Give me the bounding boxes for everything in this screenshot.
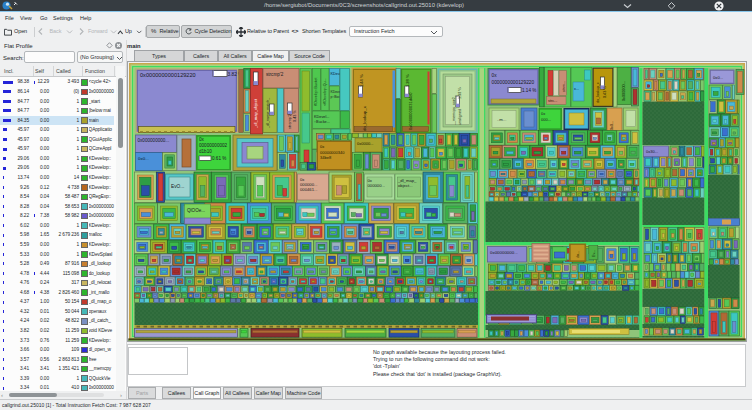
svg-text:d1b10: d1b10	[199, 149, 212, 154]
svg-text:000...: 000...	[541, 117, 551, 122]
svg-text:KDevel...: KDevel...	[314, 115, 329, 119]
svg-text:000000...: 000000...	[368, 183, 385, 188]
svg-text:0x: 0x	[541, 111, 545, 116]
svg-text:EvO...: EvO...	[171, 184, 184, 189]
svg-text:Ev...: Ev...	[592, 250, 596, 257]
svg-text:0x0...: 0x0...	[713, 75, 723, 80]
svg-text:object...: object...	[398, 183, 413, 188]
svg-text:do...: do...	[576, 251, 580, 258]
svg-text:::Bucke...: ::Bucke...	[314, 120, 330, 124]
svg-text:0x: 0x	[320, 144, 324, 149]
svg-text:0x00000000...: 0x00000000...	[490, 250, 518, 255]
svg-text:00000000002: 00000000002	[199, 143, 228, 148]
svg-text:strcmp'2: strcmp'2	[266, 72, 284, 77]
svg-text:0x: 0x	[492, 73, 498, 78]
svg-text:..m...: ..m...	[497, 117, 506, 122]
svg-text:_dl_map_object: _dl_map_object	[253, 98, 258, 129]
svg-text:0x0...: 0x0...	[138, 156, 149, 161]
svg-text:strcmp'2: strcmp'2	[287, 113, 292, 129]
svg-text:do_lookup_x: do_lookup_x	[362, 105, 367, 131]
svg-text:34be8: 34be8	[320, 155, 332, 160]
svg-text:0x00000000031d4e0: 0x00000000031d4e0	[408, 92, 413, 130]
svg-text:1.28 %: 1.28 %	[405, 74, 410, 87]
svg-text:stron...: stron...	[562, 81, 566, 92]
svg-text:0x30...: 0x30...	[646, 149, 658, 154]
svg-text:0.43 %: 0.43 %	[603, 86, 607, 98]
svg-text:0000000000129220: 0000000000129220	[492, 80, 535, 85]
svg-text:0.43 %: 0.43 %	[293, 110, 297, 122]
svg-text:000461...: 000461...	[300, 187, 317, 192]
svg-text:00000000340: 00000000340	[320, 150, 345, 155]
svg-text:1.44 %: 1.44 %	[359, 74, 364, 87]
svg-text:0x: 0x	[199, 137, 205, 142]
svg-text:_dl_name_match_: _dl_name_match_	[266, 97, 270, 129]
svg-text:strc...: strc...	[548, 99, 557, 103]
svg-text:1.39 %: 1.39 %	[458, 87, 462, 99]
svg-text:0x0000000000129220: 0x0000000000129220	[140, 72, 196, 78]
svg-text:unaligned: unaligned	[458, 109, 462, 125]
svg-text:KDevelop::Bucket: KDevelop::Bucket	[314, 77, 318, 106]
svg-text:0.61 %: 0.61 %	[212, 156, 226, 161]
svg-text:0x0000...: 0x0000...	[357, 141, 373, 146]
svg-text:do_lookup_x: do_lookup_x	[596, 82, 600, 103]
svg-text:0x000000...: 0x000000...	[622, 81, 626, 101]
svg-text:0x000000000...: 0x000000000...	[138, 138, 170, 143]
svg-text:0x0...: 0x0...	[610, 121, 614, 130]
svg-text:x...: x...	[574, 87, 579, 91]
svg-text:__memcpy_sse2_: __memcpy_sse2_	[452, 94, 456, 126]
svg-text:QlOOe...: QlOOe...	[187, 208, 205, 213]
svg-text:1.14 %: 1.14 %	[522, 88, 536, 93]
svg-text:<KDevelop::Qu...: <KDevelop::Qu...	[323, 79, 327, 106]
